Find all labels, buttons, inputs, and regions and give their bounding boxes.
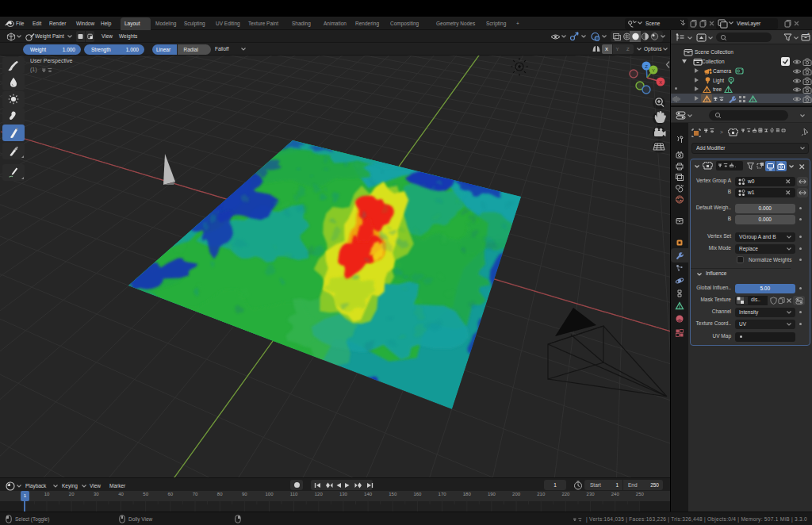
svg-text:Y: Y	[652, 68, 655, 73]
svg-text:Z: Z	[645, 64, 648, 69]
svg-text:X: X	[659, 80, 662, 85]
